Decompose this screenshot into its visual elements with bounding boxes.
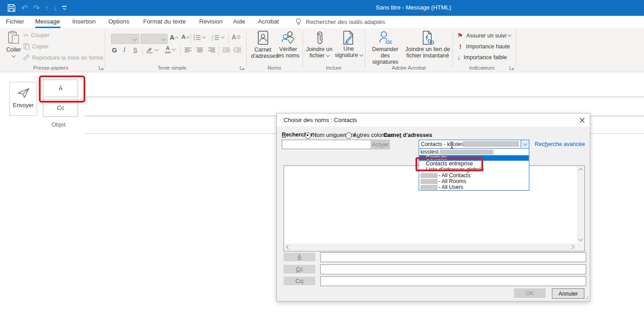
dialog-bcc-field[interactable] bbox=[320, 276, 586, 286]
numbering-icon: 123 bbox=[212, 34, 219, 41]
move-up-icon[interactable]: ↑ bbox=[45, 4, 48, 12]
cc-label: Cc bbox=[57, 104, 64, 111]
attach-file-link-button[interactable]: Joindre un lien de fichier instantané bbox=[404, 30, 452, 59]
follow-up-button[interactable]: ⚑ Assurer un suivi bbox=[457, 32, 511, 40]
address-book-combobox-value: Contacts - kisstest. bbox=[421, 141, 467, 147]
underline-button[interactable]: S bbox=[133, 47, 137, 53]
request-signatures-icon: x bbox=[378, 31, 392, 45]
dialog-cc-button[interactable]: Cc bbox=[284, 265, 315, 273]
advanced-find-link[interactable]: Recherche avancée bbox=[535, 141, 585, 147]
highlighter-icon bbox=[146, 47, 154, 53]
tab-revision[interactable]: Révision bbox=[199, 18, 223, 25]
redacted-text bbox=[463, 141, 519, 147]
tell-me-search[interactable]: Rechercher des outils adaptés bbox=[306, 19, 385, 25]
ok-button[interactable]: OK bbox=[514, 288, 546, 298]
separator bbox=[219, 46, 219, 56]
grow-font-icon: A bbox=[170, 34, 174, 41]
request-signatures-label-2: des signatures bbox=[368, 52, 403, 65]
combobox-dropdown-arrow[interactable] bbox=[521, 140, 529, 148]
dialog-to-button[interactable]: À bbox=[284, 253, 315, 261]
go-button[interactable]: Activer bbox=[371, 140, 390, 149]
bold-button[interactable]: G bbox=[112, 47, 117, 54]
horizontal-scrollbar[interactable] bbox=[285, 244, 576, 250]
scroll-left-icon[interactable] bbox=[286, 245, 291, 250]
scrollbar-corner bbox=[577, 244, 584, 250]
address-book-combobox[interactable]: Contacts - kisstest. bbox=[419, 140, 529, 149]
flag-icon: ⚑ bbox=[457, 32, 463, 40]
follow-up-label: Assurer un suivi bbox=[466, 33, 506, 39]
align-right-icon[interactable] bbox=[208, 47, 215, 53]
list-item[interactable]: - All Users bbox=[419, 184, 529, 190]
list-item[interactable]: - All Rooms bbox=[419, 179, 529, 184]
cc-button[interactable]: Cc bbox=[43, 99, 78, 117]
move-down-icon[interactable]: ↓ bbox=[53, 4, 57, 12]
signature-button[interactable]: Une signature bbox=[334, 30, 363, 58]
scroll-down-icon[interactable] bbox=[579, 237, 583, 241]
align-center-icon[interactable] bbox=[196, 47, 203, 53]
italic-button[interactable]: I bbox=[123, 47, 126, 54]
dialog-to-field[interactable] bbox=[320, 252, 586, 262]
bullets-button[interactable] bbox=[193, 34, 205, 41]
dialog-close-button[interactable] bbox=[578, 116, 587, 124]
radio-name-only[interactable] bbox=[305, 132, 311, 139]
tab-options[interactable]: Options bbox=[108, 18, 130, 25]
svg-text:3: 3 bbox=[212, 39, 213, 41]
bullets-icon bbox=[193, 34, 201, 41]
dialog-cc-field[interactable] bbox=[320, 264, 586, 274]
signature-label: Une bbox=[344, 46, 354, 52]
grow-font-button[interactable]: A bbox=[170, 34, 178, 41]
high-importance-button[interactable]: ! Importance haute bbox=[459, 42, 510, 50]
redo-icon[interactable]: ↷ bbox=[33, 3, 40, 13]
scroll-up-icon[interactable] bbox=[579, 168, 583, 173]
clipboard-dialog-launcher-icon[interactable] bbox=[99, 66, 103, 70]
cancel-button[interactable]: Annuler bbox=[552, 288, 584, 299]
paste-button[interactable]: Coller bbox=[4, 30, 23, 67]
tab-fichier[interactable]: Fichier bbox=[6, 18, 24, 25]
decrease-indent-icon[interactable] bbox=[222, 47, 230, 53]
low-importance-button[interactable]: ↓ Importance faible bbox=[457, 53, 507, 61]
font-color-button[interactable]: A bbox=[165, 46, 175, 53]
list-item[interactable]: - All Contacts bbox=[419, 173, 529, 179]
tab-insertion[interactable]: Insertion bbox=[72, 18, 96, 25]
name-search-input[interactable] bbox=[282, 140, 371, 149]
basic-text-dialog-launcher-icon[interactable] bbox=[240, 66, 244, 70]
address-book-button[interactable]: Carnet d'adresses bbox=[251, 30, 275, 59]
shrink-font-button[interactable]: A bbox=[182, 34, 189, 40]
tags-dialog-launcher-icon[interactable] bbox=[509, 66, 514, 70]
customize-qat-icon[interactable] bbox=[62, 6, 66, 10]
align-left-icon[interactable] bbox=[185, 47, 191, 53]
window-title: Sans titre - Message (HTML) bbox=[376, 4, 451, 11]
font-family-combobox[interactable] bbox=[111, 34, 139, 44]
list-item[interactable]: Liste d'adresses globale bbox=[419, 167, 529, 173]
italic-icon: I bbox=[123, 47, 126, 54]
to-field-underline[interactable] bbox=[84, 97, 644, 97]
font-size-combobox[interactable] bbox=[140, 34, 168, 44]
request-signatures-button[interactable]: x Demander des signatures bbox=[368, 30, 403, 65]
attach-file-button[interactable]: Joindre un fichier bbox=[305, 30, 333, 59]
send-button[interactable]: Envoyer bbox=[9, 82, 37, 116]
redacted-text bbox=[440, 150, 494, 155]
radio-more-columns[interactable] bbox=[345, 132, 352, 139]
vertical-scrollbar[interactable] bbox=[577, 166, 584, 243]
scroll-right-icon[interactable] bbox=[570, 245, 574, 250]
tab-acrobat[interactable]: Acrobat bbox=[258, 18, 279, 25]
scissors-icon: ✂ bbox=[23, 32, 29, 39]
group-label-basic-text: Texte simple bbox=[105, 65, 239, 71]
lightbulb-icon bbox=[295, 18, 302, 26]
group-label-adobe: Adobe Acrobat bbox=[365, 65, 453, 71]
increase-indent-icon[interactable] bbox=[233, 47, 241, 53]
save-icon[interactable] bbox=[7, 4, 16, 12]
send-label: Envoyer bbox=[10, 102, 37, 108]
paste-chevron-icon[interactable] bbox=[12, 54, 15, 57]
highlight-button[interactable] bbox=[146, 47, 158, 53]
to-button[interactable]: À bbox=[43, 80, 78, 97]
clear-formatting-button[interactable]: A bbox=[232, 33, 241, 41]
numbering-button[interactable]: 123 bbox=[212, 34, 224, 41]
undo-icon[interactable]: ↶ bbox=[21, 3, 28, 13]
tab-message[interactable]: Message bbox=[35, 18, 60, 25]
dialog-bcc-button[interactable]: Cci bbox=[284, 277, 315, 285]
tab-format-du-texte[interactable]: Format du texte bbox=[143, 18, 186, 25]
tab-aide[interactable]: Aide bbox=[233, 18, 245, 25]
check-names-button[interactable]: Vérifier les noms bbox=[275, 30, 301, 59]
format-painter-icon bbox=[23, 54, 30, 61]
